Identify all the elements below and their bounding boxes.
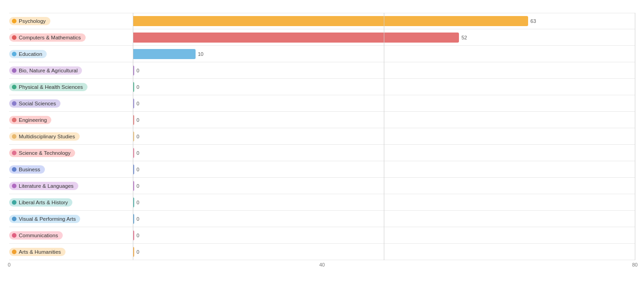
bar-value-label: 0: [136, 101, 139, 106]
bar-track: 0: [133, 214, 635, 224]
bar-fill: [133, 115, 134, 125]
bar-row: Social Sciences0: [9, 95, 635, 112]
bar-row: Arts & Humanities0: [9, 244, 635, 260]
pill-dot-icon: [12, 250, 16, 254]
pill-dot-icon: [12, 35, 16, 40]
bar-track: 0: [133, 197, 635, 207]
bar-label-area: Visual & Performing Arts: [9, 215, 133, 223]
bar-track: 0: [133, 148, 635, 158]
bar-label-area: Literature & Languages: [9, 182, 133, 190]
pill-dot-icon: [12, 200, 16, 205]
bar-row: Multidisciplinary Studies0: [9, 128, 635, 145]
pill-dot-icon: [12, 101, 16, 106]
grid-line: [635, 13, 635, 260]
bar-value-label: 52: [461, 35, 467, 40]
x-axis-tick: 0: [8, 262, 11, 267]
bar-track: 10: [133, 49, 635, 59]
bar-label-text: Psychology: [19, 18, 46, 24]
bar-value-label: 0: [136, 134, 139, 139]
bar-fill: [133, 33, 459, 43]
bar-label-area: Bio, Nature & Agricultural: [9, 66, 133, 75]
bar-value-label: 10: [198, 51, 203, 57]
bar-fill: [133, 197, 134, 207]
bar-track: 0: [133, 65, 635, 76]
bar-label-text: Business: [19, 167, 40, 172]
bar-track: 0: [133, 131, 635, 142]
x-axis-tick: 80: [632, 262, 638, 267]
bar-label-text: Physical & Health Sciences: [19, 84, 83, 90]
bar-track: 0: [133, 247, 635, 257]
bar-fill: [133, 164, 134, 174]
bar-fill: [133, 131, 134, 142]
bar-track: 0: [133, 98, 635, 109]
pill-dot-icon: [12, 52, 16, 56]
bar-fill: [133, 82, 134, 92]
bar-fill: [133, 65, 134, 76]
bar-label-area: Computers & Mathematics: [9, 33, 133, 42]
bar-row: Psychology63: [9, 13, 635, 29]
bar-row: Education10: [9, 46, 635, 62]
bar-label-text: Arts & Humanities: [19, 249, 61, 255]
bar-row: Literature & Languages0: [9, 178, 635, 194]
bar-value-label: 0: [136, 84, 139, 90]
pill-dot-icon: [12, 151, 16, 155]
chart-container: Psychology63Computers & Mathematics52Edu…: [0, 0, 644, 289]
bar-label-area: Multidisciplinary Studies: [9, 132, 133, 141]
bar-value-label: 0: [136, 200, 139, 205]
pill-dot-icon: [12, 217, 16, 221]
bar-track: 0: [133, 82, 635, 92]
bar-label-text: Engineering: [19, 117, 47, 123]
pill-dot-icon: [12, 68, 16, 73]
bar-track: 0: [133, 164, 635, 174]
bar-fill: [133, 247, 134, 257]
pill-dot-icon: [12, 85, 16, 89]
bar-fill: [133, 49, 196, 59]
bar-value-label: 0: [136, 216, 139, 222]
pill-dot-icon: [12, 134, 16, 139]
bar-label-area: Social Sciences: [9, 99, 133, 108]
bar-fill: [133, 16, 528, 26]
bar-label-text: Visual & Performing Arts: [19, 216, 76, 222]
bar-value-label: 0: [136, 150, 139, 156]
bar-row: Bio, Nature & Agricultural0: [9, 62, 635, 79]
x-axis-tick: 40: [319, 262, 325, 267]
bar-row: Liberal Arts & History0: [9, 194, 635, 211]
bar-track: 0: [133, 181, 635, 191]
bar-fill: [133, 98, 134, 109]
bar-row: Engineering0: [9, 112, 635, 128]
bar-fill: [133, 230, 134, 240]
bar-label-text: Education: [19, 51, 42, 57]
bar-value-label: 0: [136, 117, 139, 123]
bar-row: Physical & Health Sciences0: [9, 79, 635, 95]
bar-label-text: Liberal Arts & History: [19, 200, 68, 205]
bar-label-text: Literature & Languages: [19, 183, 74, 189]
bar-value-label: 63: [530, 18, 536, 24]
bar-label-text: Computers & Mathematics: [19, 35, 81, 40]
pill-dot-icon: [12, 167, 16, 172]
pill-dot-icon: [12, 184, 16, 188]
bar-label-text: Communications: [19, 233, 58, 238]
bar-track: 52: [133, 33, 635, 43]
bar-label-area: Business: [9, 165, 133, 174]
bar-label-text: Science & Technology: [19, 150, 71, 156]
bar-row: Computers & Mathematics52: [9, 29, 635, 46]
bar-value-label: 0: [136, 233, 139, 238]
pill-dot-icon: [12, 233, 16, 238]
bar-value-label: 0: [136, 167, 139, 172]
bar-label-area: Liberal Arts & History: [9, 198, 133, 207]
bar-value-label: 0: [136, 183, 139, 189]
bar-row: Visual & Performing Arts0: [9, 211, 635, 227]
bar-row: Communications0: [9, 227, 635, 244]
bar-label-text: Multidisciplinary Studies: [19, 134, 75, 139]
pill-dot-icon: [12, 19, 16, 23]
bar-fill: [133, 148, 134, 158]
bar-track: 63: [133, 16, 635, 26]
bar-label-text: Bio, Nature & Agricultural: [19, 68, 77, 73]
chart-area: Psychology63Computers & Mathematics52Edu…: [9, 13, 635, 260]
bar-row: Science & Technology0: [9, 145, 635, 161]
bar-label-area: Psychology: [9, 17, 133, 25]
bar-fill: [133, 214, 134, 224]
bar-label-text: Social Sciences: [19, 101, 56, 106]
bar-label-area: Science & Technology: [9, 149, 133, 157]
bar-value-label: 0: [136, 249, 139, 255]
